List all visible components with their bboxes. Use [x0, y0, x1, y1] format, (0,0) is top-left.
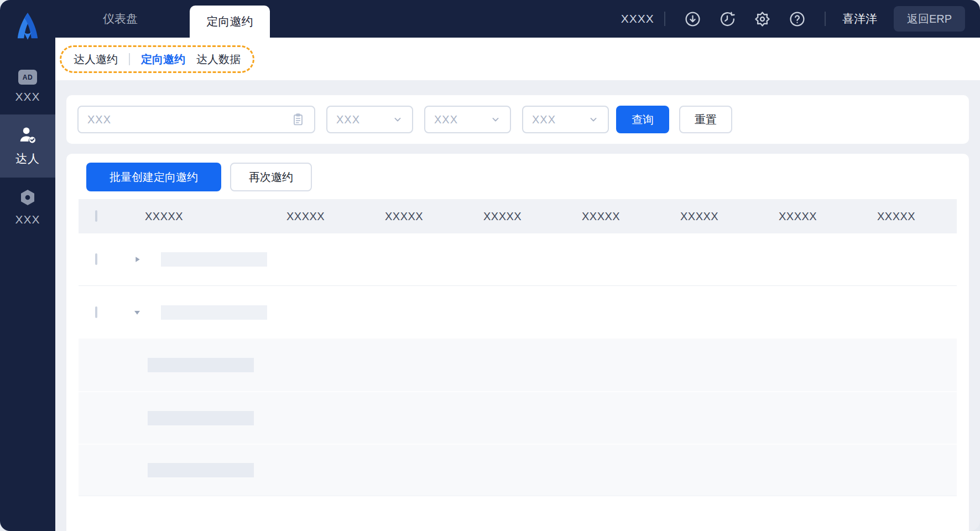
sidebar-item-label: XXX — [15, 90, 40, 103]
invite-again-button[interactable]: 再次邀约 — [230, 163, 312, 191]
subnav-item-daren-data[interactable]: 达人数据 — [196, 52, 241, 67]
clipboard-icon[interactable] — [291, 112, 305, 127]
gear-icon[interactable] — [754, 11, 771, 28]
table-card: 批量创建定向邀约 再次邀约 XXXXX XXXXX XXXXX XXXXX XX… — [66, 154, 969, 531]
table-row — [79, 233, 957, 286]
app-logo-icon — [12, 9, 44, 43]
chevron-down-icon — [588, 114, 599, 125]
reset-button[interactable]: 重置 — [679, 106, 732, 133]
select-value: XXX — [434, 113, 458, 126]
topbar-right: XXXX 喜洋洋 返回ERP — [621, 0, 965, 38]
divider — [664, 12, 665, 26]
placeholder-cell — [148, 463, 254, 477]
filter-select-1[interactable]: XXX — [326, 106, 413, 133]
row-checkbox[interactable] — [95, 306, 97, 318]
column-header: XXXXX — [582, 210, 680, 223]
sidebar-item-label: XXX — [15, 213, 40, 226]
column-header: XXXXX — [385, 210, 483, 223]
search-input-wrapper — [77, 106, 315, 133]
sidebar-item-label: 达人 — [15, 151, 40, 166]
hexagon-icon — [18, 188, 38, 207]
column-header: XXXXX — [877, 210, 957, 223]
search-button[interactable]: 查询 — [616, 106, 669, 133]
filter-select-2[interactable]: XXX — [424, 106, 511, 133]
divider — [129, 53, 130, 65]
batch-create-invite-button[interactable]: 批量创建定向邀约 — [86, 163, 221, 191]
table-subrow — [79, 339, 957, 391]
sidebar: AD XXX 达人 XXX — [0, 0, 55, 531]
topbar-text: XXXX — [621, 12, 654, 25]
select-value: XXX — [532, 113, 556, 126]
download-icon[interactable] — [684, 11, 701, 28]
collapse-down-icon[interactable] — [133, 308, 142, 317]
column-header: XXXXX — [779, 210, 877, 223]
placeholder-cell — [148, 411, 254, 425]
placeholder-cell — [161, 252, 267, 267]
column-header: XXXXX — [483, 210, 582, 223]
back-to-erp-button[interactable]: 返回ERP — [894, 6, 965, 32]
column-header: XXXXX — [128, 210, 286, 223]
table-subrow — [79, 391, 957, 444]
divider — [825, 12, 826, 26]
select-all-checkbox[interactable] — [95, 210, 97, 222]
column-header: XXXXX — [286, 210, 385, 223]
username[interactable]: 喜洋洋 — [842, 11, 877, 27]
chevron-down-icon — [490, 114, 501, 125]
topbar: 仪表盘 定向邀约 XXXX 喜洋洋 返回ERP — [55, 0, 980, 38]
expand-right-icon[interactable] — [133, 255, 142, 264]
chevron-down-icon — [392, 114, 403, 125]
sidebar-item-hex[interactable]: XXX — [0, 178, 55, 237]
filter-bar: XXX XXX XXX 查询 重置 — [66, 95, 969, 144]
table-row — [79, 286, 957, 339]
screen: AD XXX 达人 XXX 仪表盘 定向邀约 XXXX — [0, 0, 980, 531]
select-value: XXX — [336, 113, 360, 126]
table-actions: 批量创建定向邀约 再次邀约 — [86, 163, 957, 191]
main-content: XXX XXX XXX 查询 重置 批量创建定向邀约 再次邀约 — [55, 80, 980, 531]
subnav-item-targeted-invite[interactable]: 定向邀约 — [141, 52, 185, 67]
placeholder-cell — [148, 358, 254, 372]
ad-badge-icon: AD — [18, 70, 37, 85]
help-icon[interactable] — [789, 11, 806, 28]
subnav-item-daren-invite[interactable]: 达人邀约 — [74, 52, 118, 67]
table-header: XXXXX XXXXX XXXXX XXXXX XXXXX XXXXX XXXX… — [79, 199, 957, 233]
tab-targeted-invite[interactable]: 定向邀约 — [190, 6, 270, 38]
placeholder-cell — [161, 305, 267, 320]
filter-select-3[interactable]: XXX — [522, 106, 609, 133]
sidebar-item-daren[interactable]: 达人 — [0, 114, 55, 178]
person-check-icon — [17, 124, 38, 145]
row-checkbox[interactable] — [95, 253, 97, 265]
subnav: 达人邀约 定向邀约 达人数据 — [55, 38, 980, 80]
column-header: XXXXX — [680, 210, 779, 223]
sidebar-item-ad[interactable]: AD XXX — [0, 60, 55, 114]
table-subrow — [79, 444, 957, 496]
history-icon[interactable] — [719, 11, 736, 28]
search-input[interactable] — [87, 113, 291, 126]
subnav-highlight-box: 达人邀约 定向邀约 达人数据 — [60, 45, 254, 73]
app-window: AD XXX 达人 XXX 仪表盘 定向邀约 XXXX — [0, 0, 980, 531]
tab-dashboard[interactable]: 仪表盘 — [86, 0, 155, 38]
